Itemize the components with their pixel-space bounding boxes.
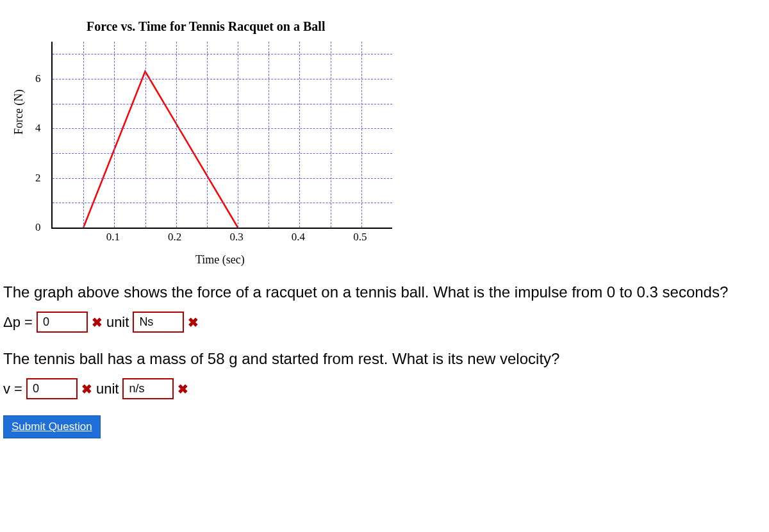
force-time-chart: Force vs. Time for Tennis Racquet on a B… [3, 6, 401, 263]
answer2-label: v = [3, 381, 22, 397]
answer2-unit-input[interactable]: n/s [122, 378, 174, 399]
answer1-unit-input[interactable]: Ns [133, 312, 184, 333]
chart-title: Force vs. Time for Tennis Racquet on a B… [87, 19, 325, 34]
answer-row-2: v = 0 ✖ unit n/s ✖ [3, 378, 766, 399]
answer1-unit-label: unit [106, 314, 129, 331]
chart-plot-area [51, 42, 392, 229]
x-tick: 0.5 [353, 231, 367, 244]
submit-button[interactable]: Submit Question [3, 415, 101, 438]
x-tick: 0.4 [292, 231, 305, 244]
chart-ylabel: Force (N) [12, 90, 26, 135]
x-tick: 0.2 [168, 231, 181, 244]
answer2-unit-label: unit [96, 381, 119, 397]
y-tick: 6 [35, 72, 41, 85]
wrong-icon: ✖ [178, 381, 188, 397]
y-tick: 2 [35, 172, 41, 185]
wrong-icon: ✖ [81, 381, 92, 397]
x-tick: 0.1 [106, 231, 120, 244]
chart-data-line [53, 42, 392, 228]
question-2: The tennis ball has a mass of 58 g and s… [3, 349, 766, 369]
answer1-label: Δp = [3, 314, 33, 331]
chart-xlabel: Time (sec) [195, 253, 245, 267]
answer2-value-input[interactable]: 0 [26, 378, 78, 399]
y-tick: 0 [35, 221, 41, 234]
y-tick: 4 [35, 122, 41, 135]
wrong-icon: ✖ [92, 315, 103, 330]
question-1: The graph above shows the force of a rac… [3, 282, 766, 302]
x-tick: 0.3 [229, 231, 243, 244]
answer-row-1: Δp = 0 ✖ unit Ns ✖ [3, 312, 766, 333]
answer1-value-input[interactable]: 0 [37, 312, 88, 333]
wrong-icon: ✖ [188, 315, 199, 330]
